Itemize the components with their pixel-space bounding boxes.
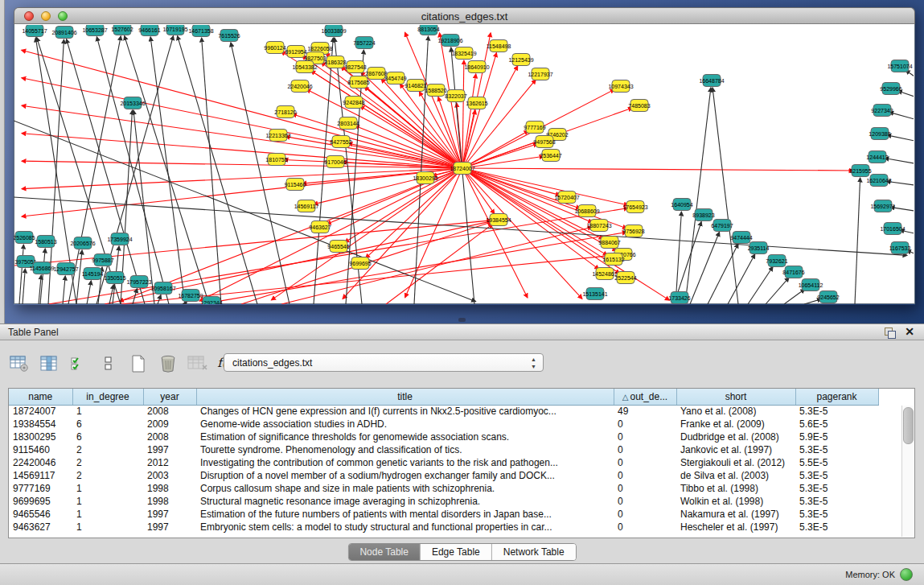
graph-node[interactable]: 1362615 <box>466 97 487 109</box>
graph-node[interactable]: 1350515 <box>104 272 125 284</box>
graph-node[interactable]: 10688609 <box>574 205 599 217</box>
graph-node[interactable]: 15751074 <box>887 60 912 72</box>
column-header-name[interactable]: name <box>9 389 72 405</box>
graph-node[interactable]: 9827548 <box>344 61 366 73</box>
column-header-out_de[interactable]: △out_de... <box>614 389 676 405</box>
graph-node[interactable]: 1292344 <box>200 297 222 309</box>
graph-node[interactable]: 16210643 <box>866 175 891 187</box>
graph-node[interactable]: 1733426 <box>668 292 690 304</box>
tab-edge-table[interactable]: Edge Table <box>421 544 492 560</box>
graph-node[interactable]: 14671358 <box>188 25 213 37</box>
graph-node[interactable]: 18640910 <box>464 61 489 73</box>
graph-node[interactable]: 8938923 <box>692 209 714 221</box>
graph-node[interactable]: 9227343 <box>871 105 893 117</box>
graph-node[interactable]: 1810755 <box>265 154 287 166</box>
graph-node[interactable]: 18325419 <box>451 47 476 60</box>
column-header-title[interactable]: title <box>196 389 614 405</box>
new-column-icon[interactable] <box>127 352 150 374</box>
graph-node[interactable]: 1209388 <box>869 128 890 140</box>
graph-node[interactable]: 17654923 <box>622 201 647 213</box>
rows-icon[interactable] <box>97 352 120 374</box>
table-row[interactable]: 1456911722003Disruption of a novel membe… <box>9 469 878 482</box>
graph-node[interactable]: 18300295 <box>413 172 437 184</box>
graph-node[interactable]: 9975887 <box>92 254 113 266</box>
graph-node[interactable]: 12942757 <box>53 263 78 275</box>
table-row[interactable]: 1938455462009Genome-wide association stu… <box>9 418 878 431</box>
graph-node[interactable]: 1244413 <box>866 151 888 163</box>
graph-node[interactable]: 9465546 <box>327 241 349 253</box>
close-panel-icon[interactable]: ✕ <box>905 325 914 338</box>
graph-node[interactable]: 10974343 <box>608 80 633 93</box>
graph-node[interactable]: 2803144 <box>337 117 359 130</box>
graph-node[interactable]: 1615132 <box>602 253 624 266</box>
graph-node[interactable]: 15720407 <box>554 192 579 204</box>
graph-node[interactable]: 8454749 <box>384 72 406 84</box>
table-row[interactable]: 969969511998Structural magnetic resonanc… <box>9 495 878 508</box>
graph-node[interactable]: 9699695 <box>349 257 371 270</box>
graph-node[interactable]: 12217937 <box>528 68 552 80</box>
graph-node[interactable]: 8427552 <box>330 136 351 148</box>
table-settings-icon[interactable] <box>8 352 31 374</box>
graph-node[interactable]: 1640954 <box>671 199 692 211</box>
tab-network-table[interactable]: Network Table <box>492 544 576 560</box>
graph-node[interactable]: 9463627 <box>309 221 331 233</box>
graph-node[interactable]: 16033809 <box>321 25 346 37</box>
checklist-icon[interactable] <box>68 352 90 374</box>
splitpane-handle[interactable] <box>458 318 466 322</box>
graph-node[interactable]: 7485083 <box>628 100 650 112</box>
graph-node[interactable]: 9777169 <box>524 122 545 134</box>
float-panel-icon[interactable] <box>885 328 895 338</box>
graph-node[interactable]: 2526085 <box>13 232 35 244</box>
graph-node[interactable]: 16782759 <box>178 290 203 302</box>
graph-node[interactable]: 20891406 <box>51 27 76 39</box>
graph-node[interactable]: 10653287 <box>82 24 107 36</box>
table-select-dropdown[interactable]: citations_edges.txt ▲▼ <box>224 353 544 372</box>
graph-node[interactable]: 20206576 <box>70 237 95 249</box>
graph-node[interactable]: 9245652 <box>817 291 839 303</box>
graph-node[interactable]: 11548498 <box>487 40 511 52</box>
graph-node[interactable]: 12213363 <box>265 130 290 142</box>
graph-node[interactable]: 1145194 <box>82 268 104 280</box>
graph-node[interactable]: 16648784 <box>699 75 724 87</box>
table-row[interactable]: 1830029562008Estimation of significance … <box>9 431 878 443</box>
network-window-titlebar[interactable]: citations_edges.txt <box>14 7 915 24</box>
graph-node[interactable]: 8186328 <box>324 56 346 68</box>
table-row[interactable]: 977716911998Corpus callosum shape and si… <box>9 482 878 495</box>
column-header-short[interactable]: short <box>676 389 795 405</box>
column-header-pagerank[interactable]: pagerank <box>795 389 878 405</box>
graph-node[interactable]: 9466161 <box>138 24 160 36</box>
graph-node[interactable]: 8215955 <box>849 165 871 177</box>
graph-node[interactable]: 19384554 <box>486 214 511 226</box>
graph-node[interactable]: 17359924 <box>107 233 132 245</box>
graph-node[interactable]: 9115460 <box>285 179 306 191</box>
graph-node[interactable]: 18807243 <box>586 220 611 232</box>
memory-status-indicator[interactable] <box>900 568 913 581</box>
graph-node[interactable]: 11456869 <box>30 262 55 274</box>
graph-node[interactable]: 1588520 <box>425 84 446 97</box>
graph-node[interactable]: 20153346 <box>120 97 145 109</box>
table-row[interactable]: 946554611997Estimation of the future num… <box>9 508 878 521</box>
delete-column-icon[interactable] <box>157 352 179 374</box>
column-visibility-icon[interactable] <box>38 352 60 374</box>
graph-node[interactable]: 9497568 <box>533 136 555 148</box>
graph-node[interactable]: 7857224 <box>353 37 375 49</box>
graph-node[interactable]: 17016504 <box>880 223 905 235</box>
graph-node[interactable]: 9242848 <box>343 97 364 109</box>
graph-node[interactable]: 8175685 <box>347 76 369 89</box>
graph-node[interactable]: 1167533 <box>889 242 911 254</box>
graph-node[interactable]: 9756928 <box>622 225 644 237</box>
graph-node[interactable]: 2522544 <box>614 272 636 284</box>
graph-node[interactable]: 8471676 <box>782 266 804 278</box>
column-header-year[interactable]: year <box>143 389 196 405</box>
graph-node[interactable]: 14055717 <box>22 25 47 37</box>
table-row[interactable]: 946362711997Embryonic stem cells: a mode… <box>9 521 878 534</box>
graph-node[interactable]: 19218906 <box>437 35 462 47</box>
tab-node-table[interactable]: Node Table <box>348 544 421 560</box>
graph-node[interactable]: 1580513 <box>35 236 56 248</box>
graph-node[interactable]: 17957223 <box>126 276 151 288</box>
graph-node[interactable]: 9474444 <box>730 232 752 244</box>
table-scrollbar-thumb[interactable] <box>903 407 914 444</box>
graph-node[interactable]: 9529966 <box>880 83 901 95</box>
graph-node[interactable]: 2536447 <box>540 150 561 162</box>
table-row[interactable]: 911546021997Tourette syndrome. Phenomeno… <box>9 443 878 456</box>
